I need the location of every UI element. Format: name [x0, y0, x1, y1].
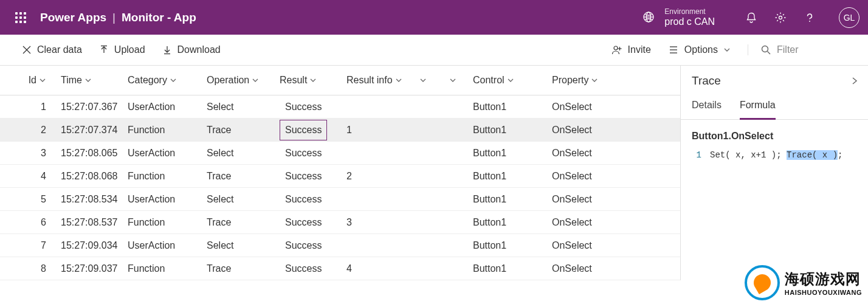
cell-id: 8: [0, 263, 49, 274]
chevron-down-icon: [309, 77, 317, 84]
cell-operation: Trace: [207, 217, 280, 228]
code-highlight: Trace( x ): [787, 150, 838, 160]
cell-category: Function: [128, 171, 207, 182]
cell-operation: Select: [207, 240, 280, 251]
globe-icon: [642, 11, 655, 23]
cell-time: 15:27:08.534: [49, 194, 128, 205]
formula-code: 1 Set( x, x+1 ); Trace( x );: [692, 150, 857, 160]
panel-title: Trace: [692, 74, 721, 88]
notification-icon[interactable]: [745, 12, 757, 24]
cell-time: 15:27:08.068: [49, 171, 128, 182]
waffle-button[interactable]: [9, 5, 33, 30]
panel-header: Trace: [681, 66, 868, 94]
cell-time: 15:27:08.065: [49, 148, 128, 159]
table-row[interactable]: 615:27:08.537FunctionTraceSuccess3Button…: [0, 211, 680, 234]
cell-time: 15:27:09.034: [49, 240, 128, 251]
header-time[interactable]: Time: [49, 75, 128, 86]
code-text: Set( x, x+1 ); Trace( x );: [710, 150, 842, 160]
filter-input[interactable]: [777, 44, 850, 55]
options-button[interactable]: Options: [668, 44, 731, 55]
list-icon: [668, 44, 679, 55]
svg-point-11: [614, 46, 618, 50]
svg-point-4: [809, 21, 810, 22]
header-blank-1[interactable]: [413, 77, 433, 84]
app-header: Power Apps | Monitor - App Environment p…: [0, 0, 868, 35]
environment-label: Environment: [664, 7, 715, 16]
table-row[interactable]: 215:27:07.374FunctionTraceSuccess1Button…: [0, 119, 680, 142]
main: Id Time Category Operation Result Result…: [0, 66, 868, 280]
table-row[interactable]: 115:27:07.367UserActionSelectSuccessButt…: [0, 95, 680, 119]
header-operation[interactable]: Operation: [207, 75, 280, 86]
header-result-info[interactable]: Result info: [346, 75, 413, 86]
options-label: Options: [684, 44, 718, 55]
cell-result-info: 2: [346, 171, 413, 182]
header-result[interactable]: Result: [280, 75, 346, 86]
table-row[interactable]: 715:27:09.034UserActionSelectSuccessButt…: [0, 234, 680, 257]
cell-property: OnSelect: [552, 240, 631, 251]
cell-time: 15:27:08.537: [49, 217, 128, 228]
header-category[interactable]: Category: [128, 75, 207, 86]
cell-category: Function: [128, 217, 207, 228]
cell-result: Success: [280, 258, 346, 279]
cell-id: 5: [0, 194, 49, 205]
environment-picker[interactable]: Environment prod c CAN: [642, 7, 715, 28]
product-name[interactable]: Power Apps: [40, 11, 106, 24]
tab-formula[interactable]: Formula: [740, 94, 776, 120]
table-row[interactable]: 415:27:08.068FunctionTraceSuccess2Button…: [0, 165, 680, 188]
formula-reference: Button1.OnSelect: [692, 131, 857, 142]
panel-tabs: Details Formula: [681, 94, 868, 120]
table-row[interactable]: 315:27:08.065UserActionSelectSuccessButt…: [0, 142, 680, 165]
tab-details[interactable]: Details: [692, 94, 722, 120]
cell-control: Button1: [473, 171, 552, 182]
avatar-initials: GL: [844, 13, 855, 22]
cell-result: Success: [280, 235, 346, 256]
cell-property: OnSelect: [552, 125, 631, 136]
cell-operation: Select: [207, 194, 280, 205]
clear-data-button[interactable]: Clear data: [22, 44, 82, 55]
page-name: Monitor - App: [122, 11, 196, 24]
header-id[interactable]: Id: [0, 75, 49, 86]
svg-line-18: [768, 52, 771, 55]
download-button[interactable]: Download: [162, 44, 221, 55]
cell-category: Function: [128, 263, 207, 274]
cell-result-info: 3: [346, 217, 413, 228]
cell-result: Success: [280, 212, 346, 233]
header-property[interactable]: Property: [552, 75, 631, 86]
chevron-right-icon[interactable]: [850, 76, 859, 86]
upload-button[interactable]: Upload: [99, 44, 145, 55]
chevron-down-icon: [252, 77, 259, 84]
chevron-down-icon: [723, 46, 731, 54]
cell-property: OnSelect: [552, 263, 631, 274]
cell-category: Function: [128, 125, 207, 136]
monitor-table: Id Time Category Operation Result Result…: [0, 66, 680, 280]
gear-icon[interactable]: [774, 12, 787, 24]
invite-button[interactable]: Invite: [611, 44, 651, 55]
waffle-icon: [15, 12, 26, 23]
chevron-down-icon: [449, 77, 456, 84]
header-control[interactable]: Control: [473, 75, 552, 86]
table-row[interactable]: 815:27:09.037FunctionTraceSuccess4Button…: [0, 257, 680, 280]
panel-body: Button1.OnSelect 1 Set( x, x+1 ); Trace(…: [681, 120, 868, 171]
cell-property: OnSelect: [552, 148, 631, 159]
cell-category: UserAction: [128, 148, 207, 159]
toolbar: Clear data Upload Download Invite Option…: [0, 35, 868, 66]
cell-id: 4: [0, 171, 49, 182]
search-icon: [760, 44, 771, 55]
table-row[interactable]: 515:27:08.534UserActionSelectSuccessButt…: [0, 188, 680, 211]
avatar[interactable]: GL: [839, 7, 859, 28]
cell-id: 7: [0, 240, 49, 251]
cell-result: Success: [280, 166, 346, 187]
cell-control: Button1: [473, 263, 552, 274]
help-icon[interactable]: [804, 12, 816, 24]
header-blank-2[interactable]: [433, 77, 473, 84]
app-title: Power Apps | Monitor - App: [40, 11, 196, 24]
chevron-down-icon: [395, 77, 402, 84]
cell-property: OnSelect: [552, 171, 631, 182]
line-number: 1: [692, 150, 710, 160]
clear-data-label: Clear data: [37, 44, 82, 55]
cell-result: Success: [280, 143, 346, 164]
filter-field[interactable]: [748, 44, 850, 55]
chevron-down-icon: [507, 77, 514, 84]
invite-icon: [611, 44, 622, 55]
cell-time: 15:27:07.374: [49, 125, 128, 136]
